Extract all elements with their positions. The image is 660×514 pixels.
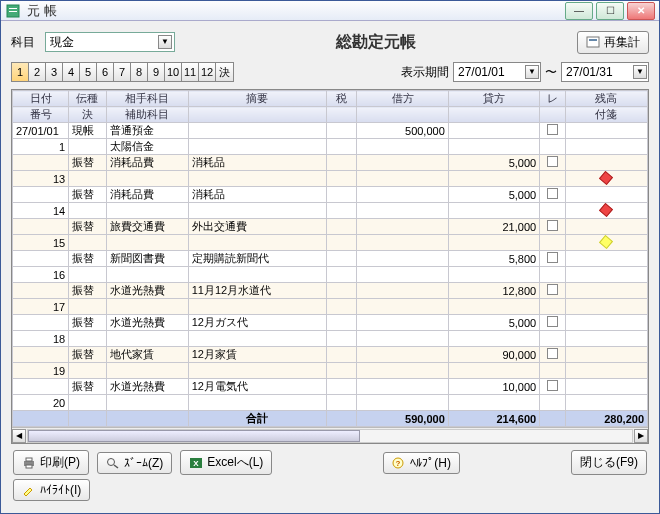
pin-icon [599, 235, 613, 249]
column-header: 番号 [13, 107, 69, 123]
table-row[interactable]: 振替消耗品費消耗品5,000 [13, 155, 648, 171]
column-header [357, 107, 448, 123]
month-tab[interactable]: 4 [63, 63, 80, 81]
help-button[interactable]: ? ﾍﾙﾌﾟ(H) [383, 452, 460, 474]
column-header: 決 [69, 107, 106, 123]
table-row[interactable]: 振替旅費交通費外出交通費21,000 [13, 219, 648, 235]
recalc-label: 再集計 [604, 34, 640, 51]
month-tab[interactable]: 7 [114, 63, 131, 81]
window-title: 元 帳 [27, 2, 565, 20]
period-to[interactable]: 27/01/31 ▼ [561, 62, 649, 82]
column-header: 日付 [13, 91, 69, 107]
chevron-down-icon: ▼ [633, 65, 647, 79]
month-tab[interactable]: 10 [165, 63, 182, 81]
column-header [540, 107, 566, 123]
calc-icon [586, 36, 600, 48]
column-header: 付箋 [565, 107, 647, 123]
pin-icon [599, 203, 613, 217]
table-row[interactable]: 振替水道光熱費12月ガス代5,000 [13, 315, 648, 331]
column-header [326, 107, 356, 123]
column-header [188, 107, 326, 123]
column-header: 残高 [565, 91, 647, 107]
table-row[interactable]: 13 [13, 171, 648, 187]
month-tab[interactable]: 8 [131, 63, 148, 81]
svg-text:X: X [194, 459, 200, 468]
month-tab[interactable]: 12 [199, 63, 216, 81]
table-row[interactable]: 19 [13, 363, 648, 379]
month-selector[interactable]: 123456789101112決 [11, 62, 234, 82]
column-header: 借方 [357, 91, 448, 107]
table-row[interactable]: 1太陽信金 [13, 139, 648, 155]
column-header: 補助科目 [106, 107, 188, 123]
close-button[interactable]: ✕ [627, 2, 655, 20]
close-f9-button[interactable]: 閉じる(F9) [571, 450, 647, 475]
month-tab[interactable]: 6 [97, 63, 114, 81]
chevron-down-icon: ▼ [525, 65, 539, 79]
month-tab[interactable]: 3 [46, 63, 63, 81]
help-icon: ? [392, 457, 406, 469]
svg-rect-4 [589, 39, 597, 41]
month-tab[interactable]: 5 [80, 63, 97, 81]
horizontal-scrollbar[interactable]: ◀ ▶ [12, 427, 648, 443]
table-row[interactable]: 振替消耗品費消耗品5,000 [13, 187, 648, 203]
table-row[interactable]: 27/01/01現帳普通預金500,000 [13, 123, 648, 139]
subject-combo[interactable]: 現金 ▼ [45, 32, 175, 52]
table-row[interactable]: 振替新聞図書費定期購読新聞代5,800 [13, 251, 648, 267]
highlight-icon [22, 484, 36, 496]
table-row[interactable]: 15 [13, 235, 648, 251]
table-row[interactable]: 振替水道光熱費12月電気代10,000 [13, 379, 648, 395]
period-label: 表示期間 [401, 64, 449, 81]
svg-point-8 [108, 458, 115, 465]
svg-rect-1 [9, 8, 17, 9]
scroll-left-icon[interactable]: ◀ [12, 429, 26, 443]
printer-icon [22, 457, 36, 469]
month-tab[interactable]: 決 [216, 63, 233, 81]
titlebar: 元 帳 — ☐ ✕ [1, 1, 659, 21]
zoom-icon [106, 457, 120, 469]
svg-rect-7 [26, 465, 32, 468]
table-row[interactable]: 20 [13, 395, 648, 411]
excel-icon: X [189, 457, 203, 469]
chevron-down-icon: ▼ [158, 35, 172, 49]
zoom-button[interactable]: ｽﾞｰﾑ(Z) [97, 452, 172, 474]
table-row[interactable]: 17 [13, 299, 648, 315]
svg-rect-6 [26, 458, 32, 461]
subject-label: 科目 [11, 34, 35, 51]
table-row[interactable]: 振替地代家賃12月家賃90,000 [13, 347, 648, 363]
month-tab[interactable]: 2 [29, 63, 46, 81]
month-tab[interactable]: 1 [12, 63, 29, 81]
period-sep: 〜 [545, 64, 557, 81]
column-header: 相手科目 [106, 91, 188, 107]
scroll-right-icon[interactable]: ▶ [634, 429, 648, 443]
column-header: 伝種 [69, 91, 106, 107]
ledger-table: 日付伝種相手科目摘要税借方貸方レ残高番号決補助科目付箋 27/01/01現帳普通… [12, 90, 648, 427]
print-button[interactable]: 印刷(P) [13, 450, 89, 475]
svg-marker-14 [24, 488, 32, 496]
minimize-button[interactable]: — [565, 2, 593, 20]
table-row[interactable]: 振替水道光熱費11月12月水道代12,800 [13, 283, 648, 299]
column-header: 貸方 [448, 91, 539, 107]
svg-line-9 [114, 465, 118, 468]
subject-value: 現金 [50, 34, 74, 51]
svg-rect-3 [587, 37, 599, 47]
svg-rect-2 [9, 11, 17, 12]
total-row: 合計590,000214,600280,200 [13, 411, 648, 427]
maximize-button[interactable]: ☐ [596, 2, 624, 20]
page-title: 総勘定元帳 [175, 32, 577, 53]
window: 元 帳 — ☐ ✕ 科目 現金 ▼ 総勘定元帳 再集計 123456789101… [0, 0, 660, 514]
ledger-grid: 日付伝種相手科目摘要税借方貸方レ残高番号決補助科目付箋 27/01/01現帳普通… [11, 89, 649, 444]
column-header: レ [540, 91, 566, 107]
period-from[interactable]: 27/01/01 ▼ [453, 62, 541, 82]
excel-button[interactable]: X Excelへ(L) [180, 450, 272, 475]
column-header: 税 [326, 91, 356, 107]
month-tab[interactable]: 11 [182, 63, 199, 81]
recalc-button[interactable]: 再集計 [577, 31, 649, 54]
table-row[interactable]: 14 [13, 203, 648, 219]
svg-text:?: ? [396, 459, 401, 468]
table-row[interactable]: 16 [13, 267, 648, 283]
highlight-button[interactable]: ﾊｲﾗｲﾄ(I) [13, 479, 90, 501]
pin-icon [599, 171, 613, 185]
table-row[interactable]: 18 [13, 331, 648, 347]
month-tab[interactable]: 9 [148, 63, 165, 81]
column-header [448, 107, 539, 123]
